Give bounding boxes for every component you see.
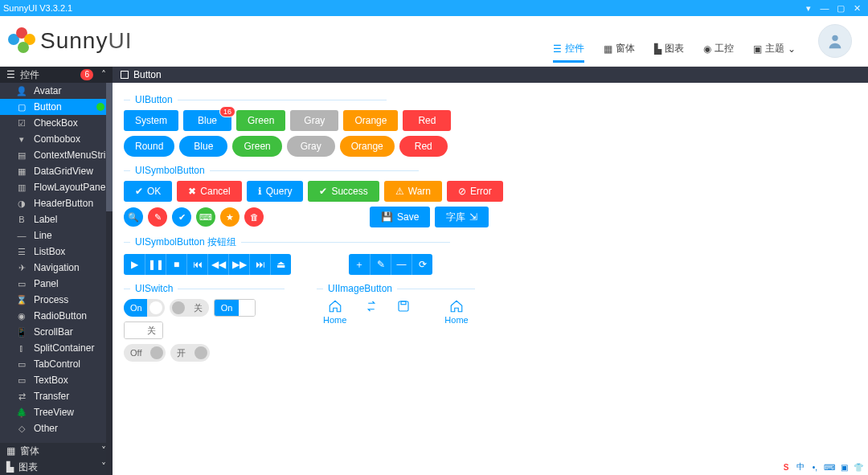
switch-kai[interactable]: 开: [170, 344, 210, 362]
sidebar-item-splitcontainer[interactable]: ⫿SplitContainer: [0, 340, 113, 356]
sidebar-item-contextmenustrip[interactable]: ▤ContextMenuStrip: [0, 147, 113, 163]
sidebar-item-panel[interactable]: ▭Panel: [0, 276, 113, 292]
rewind-button[interactable]: ◀◀: [207, 254, 228, 275]
topnav-forms[interactable]: ▦ 窗体: [604, 42, 635, 63]
sidebar-item-label: Avatar: [34, 85, 61, 96]
eject-button[interactable]: ⏏: [270, 254, 291, 275]
edit-circle-button[interactable]: ✎: [148, 207, 167, 227]
imgbtn-home-2[interactable]: Home: [438, 299, 474, 325]
warn-button[interactable]: ⚠Warn: [384, 181, 442, 202]
topnav-controls[interactable]: ☰ 控件: [553, 42, 584, 63]
sidebar-header-charts[interactable]: ▙ 图表 ˅: [0, 459, 113, 475]
save-button[interactable]: 💾 Save: [370, 207, 430, 227]
next-button[interactable]: ⏭: [249, 254, 270, 275]
sidebar-item-label[interactable]: BLabel: [0, 211, 113, 227]
scroll-icon: 📱: [16, 327, 27, 338]
sidebar-item-combobox[interactable]: ▾Combobox: [0, 131, 113, 147]
square-switch-on[interactable]: On: [214, 299, 256, 317]
refresh-button[interactable]: ⟳: [411, 254, 432, 275]
add-button[interactable]: ＋: [349, 254, 370, 275]
forward-button[interactable]: ▶▶: [228, 254, 249, 275]
sidebar-item-headerbutton[interactable]: ◑HeaderButton: [0, 195, 113, 211]
gray-button[interactable]: Gray: [287, 136, 335, 157]
user-avatar[interactable]: [818, 24, 852, 58]
sidebar-header-forms[interactable]: ▦ 窗体 ˅: [0, 443, 113, 459]
blue-button[interactable]: Blue16: [183, 110, 231, 131]
minimize-icon[interactable]: —: [817, 3, 833, 13]
maximize-icon[interactable]: ▢: [833, 3, 849, 14]
page-title: Button: [133, 69, 162, 80]
sidebar-item-listbox[interactable]: ☰ListBox: [0, 244, 113, 260]
search-circle-button[interactable]: 🔍: [124, 207, 143, 227]
check-circle-button[interactable]: ✔: [172, 207, 191, 227]
switch-off[interactable]: Off: [124, 344, 166, 362]
close-icon[interactable]: ✕: [849, 3, 865, 14]
window-icon: ▦: [604, 43, 612, 55]
dropdown-icon[interactable]: ▾: [800, 3, 817, 14]
imgbtn-save[interactable]: [390, 299, 417, 313]
ime-cloud-icon: ▣: [837, 461, 850, 473]
gray-button[interactable]: Gray: [290, 110, 338, 131]
query-button[interactable]: ℹQuery: [247, 181, 304, 202]
sidebar-item-scrollbar[interactable]: 📱ScrollBar: [0, 324, 113, 340]
sidebar-item-radiobutton[interactable]: ◉RadioButton: [0, 308, 113, 324]
sidebar-item-other[interactable]: ◇Other: [0, 420, 113, 436]
red-button[interactable]: Red: [399, 136, 448, 157]
red-button[interactable]: Red: [403, 110, 451, 131]
imgbtn-home-1[interactable]: Home: [317, 299, 353, 325]
soft-circle-button[interactable]: ⌨: [196, 207, 215, 227]
app-header: SunnyUI ☰ 控件 ▦ 窗体 ▙ 图表 ◉ 工控 ▣ 主题 ⌄: [0, 16, 868, 67]
imgbtn-swap[interactable]: [358, 299, 385, 313]
sidebar-item-treeview[interactable]: 🌲TreeView: [0, 404, 113, 420]
topnav-industrial[interactable]: ◉ 工控: [703, 42, 734, 63]
green-button[interactable]: Green: [236, 110, 285, 131]
sidebar-item-datagridview[interactable]: ▦DataGridView: [0, 163, 113, 179]
floppy-icon: [396, 299, 411, 313]
ziku-button[interactable]: 字库 ⇲: [435, 207, 489, 227]
trash-circle-button[interactable]: 🗑: [244, 207, 264, 227]
layout-icon: ▥: [16, 182, 27, 193]
sidebar-item-checkbox[interactable]: ☑CheckBox: [0, 115, 113, 131]
bold-icon: B: [16, 215, 27, 224]
topnav-charts[interactable]: ▙ 图表: [654, 42, 684, 63]
user-icon: 👤: [16, 86, 27, 96]
sidebar-item-textbox[interactable]: ▭TextBox: [0, 372, 113, 388]
edit-button[interactable]: ✎: [370, 254, 391, 275]
sidebar-header-controls[interactable]: ☰ 控件 6 ˄: [0, 67, 113, 83]
warn-icon: ⚠: [395, 186, 404, 197]
remove-button[interactable]: —: [391, 254, 411, 275]
sidebar-item-tabcontrol[interactable]: ▭TabControl: [0, 356, 113, 372]
success-button[interactable]: ✔Success: [308, 181, 379, 202]
orange-button[interactable]: Orange: [340, 136, 395, 157]
pause-button[interactable]: ❚❚: [145, 254, 166, 275]
sidebar-item-line[interactable]: —Line: [0, 227, 113, 244]
green-button[interactable]: Green: [232, 136, 281, 157]
sidebar-item-process[interactable]: ⌛Process: [0, 292, 113, 308]
ok-button[interactable]: ✔OK: [124, 181, 172, 202]
sidebar-item-avatar[interactable]: 👤Avatar: [0, 83, 113, 99]
sidebar-item-button[interactable]: ▢Button: [0, 99, 113, 115]
system-button[interactable]: System: [124, 110, 178, 131]
error-button[interactable]: ⊘Error: [447, 181, 503, 202]
orange-button[interactable]: Orange: [343, 110, 398, 131]
stop-button[interactable]: ■: [166, 254, 186, 275]
sidebar-item-transfer[interactable]: ⇄Transfer: [0, 388, 113, 404]
sidebar-item-navigation[interactable]: ✈Navigation: [0, 260, 113, 276]
sidebar-scrollbar[interactable]: [106, 83, 113, 475]
header-icon: ◑: [16, 199, 27, 209]
sidebar-item-flowlayoutpanel[interactable]: ▥FlowLayoutPanel: [0, 179, 113, 195]
prev-button[interactable]: ⏮: [186, 254, 207, 275]
star-circle-button[interactable]: ★: [220, 207, 240, 227]
square-icon: ▢: [16, 102, 27, 113]
round-button[interactable]: Round: [124, 136, 174, 157]
switch-guan[interactable]: 关: [170, 299, 209, 317]
topnav-theme[interactable]: ▣ 主题 ⌄: [753, 42, 796, 63]
switch-on[interactable]: On: [124, 299, 165, 317]
home-icon: [449, 299, 464, 313]
ime-zh-icon: 中: [794, 461, 807, 473]
cancel-button[interactable]: ✖Cancel: [177, 181, 241, 202]
group-title-uibutton: UIButton: [124, 94, 857, 105]
blue-button[interactable]: Blue: [179, 136, 227, 157]
square-switch-guan[interactable]: 关: [124, 321, 163, 339]
play-button[interactable]: ▶: [124, 254, 145, 275]
